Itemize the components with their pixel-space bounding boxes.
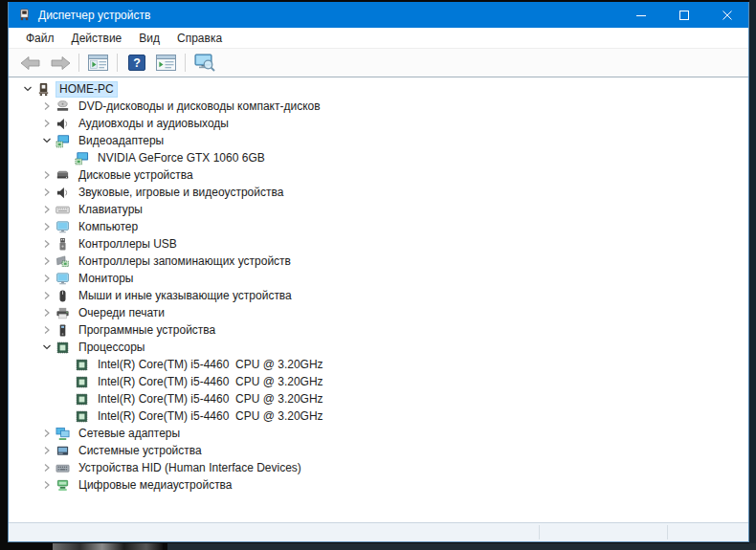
tree-item[interactable]: NVIDIA GeForce GTX 1060 6GB [9,149,748,166]
tree-item-label: Компьютер [76,220,141,234]
chevron-right-icon[interactable] [39,202,55,217]
chevron-right-icon[interactable] [39,322,55,338]
tree-item[interactable]: Программные устройства [9,321,748,339]
tree-item[interactable]: Сетевые адаптеры [9,425,748,442]
tree-item[interactable]: DVD-дисководы и дисководы компакт-дисков [9,98,748,115]
show-console-tree-button[interactable] [83,50,113,76]
chevron-right-icon[interactable] [39,99,55,114]
tree-item[interactable]: Контроллеры USB [9,235,748,253]
tree-item[interactable]: Аудиовходы и аудиовыходы [9,115,748,132]
tree-item-label: Устройства HID (Human Interface Devices) [76,461,304,475]
tree-item-label: Intel(R) Core(TM) i5-4460 CPU @ 3.20GHz [95,392,326,407]
help-button[interactable]: ? [122,50,151,76]
tree-item[interactable]: Цифровые медиаустройства [9,476,748,494]
tree-item-label: Цифровые медиаустройства [76,478,235,493]
svg-text:?: ? [133,56,141,70]
tree-item-label: Intel(R) Core(TM) i5-4460 CPU @ 3.20GHz [95,375,326,389]
forward-icon [50,55,71,71]
chevron-right-icon[interactable] [39,477,55,493]
properties-icon [156,55,176,71]
tree-item-label: Intel(R) Core(TM) i5-4460 CPU @ 3.20GHz [95,358,326,372]
device-manager-icon [16,8,32,23]
processor-icon [55,340,71,355]
mouse-icon [55,288,71,303]
chevron-right-icon[interactable] [39,167,55,183]
storage-controller-icon [55,253,71,269]
system-device-icon [55,443,71,458]
tree-item[interactable]: Очереди печати [9,304,748,321]
tree-item[interactable]: Клавиатуры [9,201,748,218]
tree-item[interactable]: Intel(R) Core(TM) i5-4460 CPU @ 3.20GHz [9,373,748,390]
keyboard-icon [55,202,71,217]
tree-item[interactable]: Дисковые устройства [9,166,748,184]
chevron-right-icon[interactable] [39,219,55,234]
chevron-down-icon[interactable] [39,133,55,148]
display-adapter-icon [55,133,71,148]
tree-item[interactable]: Компьютер [9,218,748,235]
maximize-button[interactable] [662,2,705,28]
tree-item-label: Очереди печати [76,306,167,320]
maximize-icon [679,11,689,20]
tree-item-label: Клавиатуры [76,203,145,217]
back-button[interactable] [15,50,45,76]
forward-button[interactable] [45,50,75,76]
tree-item-label: Программные устройства [76,323,218,338]
tree-item[interactable]: Видеоадаптеры [9,132,748,149]
device-manager-window: Диспетчер устройств Файл Действие Вид Сп… [8,2,749,542]
monitor-icon [55,271,71,286]
menu-bar: Файл Действие Вид Справка [9,28,748,49]
desktop-right-edge [749,0,756,550]
tree-item[interactable]: Контроллеры запоминающих устройств [9,253,748,270]
printer-icon [55,305,71,320]
tree-item[interactable]: Устройства HID (Human Interface Devices) [9,459,748,476]
chevron-right-icon[interactable] [39,271,55,286]
back-icon [20,55,41,71]
chevron-right-icon[interactable] [39,460,55,475]
tree-item[interactable]: Звуковые, игровые и видеоустройства [9,184,748,201]
dvd-drive-icon [55,99,71,114]
scan-hardware-changes-button[interactable] [189,50,219,76]
menu-help[interactable]: Справка [168,30,231,47]
tree-item-label: NVIDIA GeForce GTX 1060 6GB [95,151,268,165]
chevron-right-icon[interactable] [39,288,55,303]
processor-icon [74,408,90,424]
tree-item[interactable]: HOME-PC [9,80,748,98]
display-adapter-icon [74,150,90,165]
tree-item-label: Видеоадаптеры [76,134,167,148]
chevron-down-icon[interactable] [20,81,35,97]
tree-item-label: Звуковые, игровые и видеоустройства [76,186,286,200]
media-device-icon [55,477,71,493]
chevron-right-icon[interactable] [39,236,55,252]
menu-file[interactable]: Файл [17,30,63,47]
show-console-tree-icon [88,55,108,71]
chevron-right-icon[interactable] [39,116,55,131]
chevron-right-icon[interactable] [39,185,55,200]
chevron-right-icon[interactable] [39,305,55,320]
tree-item[interactable]: Intel(R) Core(TM) i5-4460 CPU @ 3.20GHz [9,390,748,407]
tree-item[interactable]: Intel(R) Core(TM) i5-4460 CPU @ 3.20GHz [9,407,748,425]
chevron-right-icon[interactable] [39,443,55,458]
properties-button[interactable] [151,50,181,76]
chevron-right-icon[interactable] [39,426,55,441]
close-button[interactable] [705,2,748,28]
menu-view[interactable]: Вид [130,30,168,47]
tree-item-label: Intel(R) Core(TM) i5-4460 CPU @ 3.20GHz [95,409,326,424]
tree-item-label: Мыши и иные указывающие устройства [76,289,295,303]
status-bar [9,522,748,541]
processor-icon [74,357,90,372]
tree-item[interactable]: Мониторы [9,270,748,287]
chevron-down-icon[interactable] [39,340,55,355]
chevron-right-icon[interactable] [39,253,55,269]
tree-item[interactable]: Процессоры [9,339,748,356]
processor-icon [74,374,90,389]
network-adapter-icon [55,426,71,441]
toolbar-separator [78,54,79,72]
tree-item-label: Контроллеры USB [76,237,180,252]
menu-action[interactable]: Действие [63,30,131,47]
tree-item-label: Аудиовходы и аудиовыходы [76,117,232,131]
tree-item[interactable]: Intel(R) Core(TM) i5-4460 CPU @ 3.20GHz [9,356,748,373]
tree-item-label: Сетевые адаптеры [76,427,183,441]
tree-item[interactable]: Мыши и иные указывающие устройства [9,287,748,304]
tree-item[interactable]: Системные устройства [9,442,748,459]
minimize-button[interactable] [619,2,662,28]
